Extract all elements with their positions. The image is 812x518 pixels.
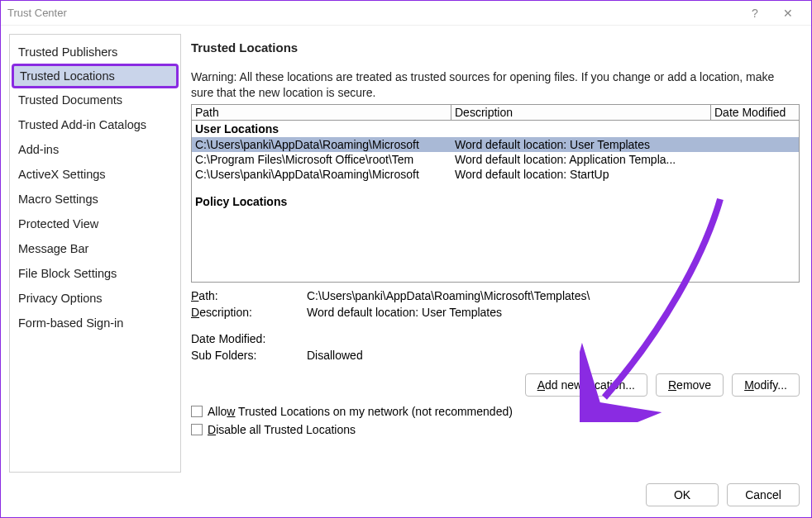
sidebar-item-form-based-signin[interactable]: Form-based Sign-in [10, 311, 180, 335]
sidebar-item-message-bar[interactable]: Message Bar [10, 236, 180, 261]
cell-date [711, 137, 799, 152]
detail-label-path: Path: [191, 289, 307, 302]
detail-value-description: Word default location: User Templates [307, 306, 502, 319]
cell-path: C:\Users\panki\AppData\Roaming\Microsoft [192, 167, 451, 182]
cell-description: Word default location: Application Templ… [451, 152, 711, 167]
group-policy-locations: Policy Locations [192, 193, 799, 210]
col-header-description[interactable]: Description [451, 105, 711, 120]
table-row[interactable]: C:\Program Files\Microsoft Office\root\T… [192, 152, 799, 167]
cell-date [711, 167, 799, 182]
group-user-locations: User Locations [192, 121, 799, 137]
cell-path: C:\Users\panki\AppData\Roaming\Microsoft [192, 137, 451, 152]
disable-all-checkbox-row[interactable]: Disable all Trusted Locations [191, 423, 800, 436]
table-row[interactable]: C:\Users\panki\AppData\Roaming\Microsoft… [192, 137, 799, 152]
close-icon[interactable]: ✕ [771, 7, 805, 20]
sidebar-item-activex-settings[interactable]: ActiveX Settings [10, 162, 180, 187]
allow-network-checkbox-row[interactable]: Allow Trusted Locations on my network (n… [191, 405, 800, 418]
modify-button[interactable]: Modify... [732, 373, 800, 397]
sidebar-item-trusted-publishers[interactable]: Trusted Publishers [10, 40, 180, 64]
help-icon[interactable]: ? [738, 7, 771, 20]
detail-label-subfolders: Sub Folders: [191, 349, 307, 362]
remove-button[interactable]: Remove [656, 373, 724, 397]
allow-network-label: Allow Trusted Locations on my network (n… [208, 405, 513, 418]
col-header-date-modified[interactable]: Date Modified [711, 105, 799, 120]
detail-label-description: Description: [191, 306, 307, 319]
sidebar-item-trusted-documents[interactable]: Trusted Documents [10, 88, 180, 112]
cell-path: C:\Program Files\Microsoft Office\root\T… [192, 152, 451, 167]
detail-label-date-modified: Date Modified: [191, 332, 307, 345]
disable-all-label: Disable all Trusted Locations [208, 423, 356, 436]
cell-date [711, 152, 799, 167]
sidebar: Trusted Publishers Trusted Locations Tru… [9, 34, 181, 473]
sidebar-item-add-ins[interactable]: Add-ins [10, 137, 180, 162]
cell-description: Word default location: User Templates [451, 137, 711, 152]
grid-header: Path Description Date Modified [192, 105, 799, 121]
cell-description: Word default location: StartUp [451, 167, 711, 182]
page-title: Trusted Locations [191, 40, 800, 55]
main-panel: Trusted Locations Warning: All these loc… [191, 34, 803, 473]
cancel-button[interactable]: Cancel [727, 483, 800, 506]
table-row[interactable]: C:\Users\panki\AppData\Roaming\Microsoft… [192, 167, 799, 182]
dialog-footer: OK Cancel [1, 473, 811, 517]
detail-value-path: C:\Users\panki\AppData\Roaming\Microsoft… [307, 289, 590, 302]
titlebar: Trust Center ? ✕ [1, 1, 811, 26]
locations-grid[interactable]: Path Description Date Modified User Loca… [191, 104, 800, 283]
sidebar-item-trusted-addin-catalogs[interactable]: Trusted Add-in Catalogs [10, 112, 180, 137]
col-header-path[interactable]: Path [192, 105, 451, 120]
add-new-location-button[interactable]: Add new location... [525, 373, 647, 397]
allow-network-checkbox[interactable] [191, 406, 203, 417]
detail-value-subfolders: Disallowed [307, 349, 363, 362]
sidebar-item-trusted-locations[interactable]: Trusted Locations [12, 64, 179, 88]
ok-button[interactable]: OK [646, 483, 719, 506]
warning-text: Warning: All these locations are treated… [191, 69, 800, 101]
sidebar-item-file-block-settings[interactable]: File Block Settings [10, 261, 180, 286]
window-title: Trust Center [7, 7, 67, 19]
disable-all-checkbox[interactable] [191, 424, 203, 435]
sidebar-item-protected-view[interactable]: Protected View [10, 211, 180, 236]
sidebar-item-macro-settings[interactable]: Macro Settings [10, 187, 180, 211]
trust-center-window: Trust Center ? ✕ Trusted Publishers Trus… [0, 0, 812, 518]
details-panel: Path: C:\Users\panki\AppData\Roaming\Mic… [191, 289, 800, 365]
sidebar-item-privacy-options[interactable]: Privacy Options [10, 286, 180, 311]
